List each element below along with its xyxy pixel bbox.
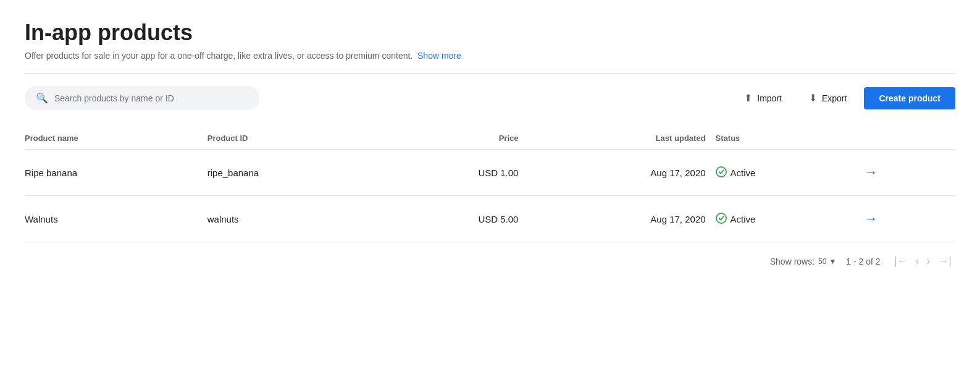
row-navigate-button[interactable]: → [859, 162, 882, 183]
row-navigate-button[interactable]: → [859, 208, 882, 229]
table-row: WalnutswalnutsUSD 5.00Aug 17, 2020Active… [25, 196, 955, 242]
cell-status: Active [716, 150, 860, 196]
rows-dropdown-icon: ▼ [829, 257, 836, 266]
toolbar: 🔍 ⬆ Import ⬇ Export Create product [25, 86, 955, 110]
search-box[interactable]: 🔍 [25, 86, 259, 110]
col-header-action [859, 127, 955, 150]
rows-select[interactable]: 50 ▼ [818, 257, 836, 266]
col-header-updated: Last updated [528, 127, 715, 150]
cell-product-id: walnuts [207, 196, 384, 242]
cell-product-name: Ripe banana [25, 150, 207, 196]
col-header-name: Product name [25, 127, 207, 150]
status-label: Active [731, 168, 756, 178]
show-rows: Show rows: 50 ▼ [770, 257, 837, 266]
show-more-link[interactable]: Show more [417, 51, 461, 61]
products-table: Product name Product ID Price Last updat… [25, 127, 955, 242]
cell-arrow[interactable]: → [859, 196, 955, 242]
search-input[interactable] [54, 93, 248, 103]
col-header-status: Status [716, 127, 860, 150]
svg-point-1 [716, 213, 726, 223]
create-product-button[interactable]: Create product [864, 87, 955, 109]
col-header-id: Product ID [207, 127, 384, 150]
export-button[interactable]: ⬇ Export [799, 87, 856, 109]
cell-last-updated: Aug 17, 2020 [528, 196, 715, 242]
cell-price: USD 5.00 [384, 196, 528, 242]
active-status-icon [716, 166, 727, 179]
search-icon: 🔍 [36, 92, 48, 104]
svg-point-0 [716, 166, 726, 176]
page-container: In-app products Offer products for sale … [0, 0, 980, 285]
page-nav: |← ‹ › →| [890, 252, 955, 270]
active-status-icon [716, 213, 727, 226]
import-icon: ⬆ [744, 92, 752, 104]
first-page-button: |← [890, 252, 912, 270]
cell-arrow[interactable]: → [859, 150, 955, 196]
status-label: Active [731, 214, 756, 224]
cell-status: Active [716, 196, 860, 242]
page-title: In-app products [25, 20, 955, 46]
show-rows-label: Show rows: [770, 257, 815, 266]
import-button[interactable]: ⬆ Import [734, 87, 792, 109]
page-subtitle: Offer products for sale in your app for … [25, 51, 955, 61]
table-header-row: Product name Product ID Price Last updat… [25, 127, 955, 150]
cell-last-updated: Aug 17, 2020 [528, 150, 715, 196]
cell-product-name: Walnuts [25, 196, 207, 242]
cell-product-id: ripe_banana [207, 150, 384, 196]
prev-page-button: ‹ [911, 252, 923, 270]
last-page-button: →| [934, 252, 955, 270]
cell-price: USD 1.00 [384, 150, 528, 196]
next-page-button: › [923, 252, 934, 270]
rows-value: 50 [818, 257, 826, 266]
export-icon: ⬇ [809, 92, 817, 104]
divider [25, 73, 955, 74]
pagination-row: Show rows: 50 ▼ 1 - 2 of 2 |← ‹ › →| [25, 242, 955, 270]
page-info: 1 - 2 of 2 [846, 257, 880, 266]
col-header-price: Price [384, 127, 528, 150]
table-row: Ripe bananaripe_bananaUSD 1.00Aug 17, 20… [25, 150, 955, 196]
